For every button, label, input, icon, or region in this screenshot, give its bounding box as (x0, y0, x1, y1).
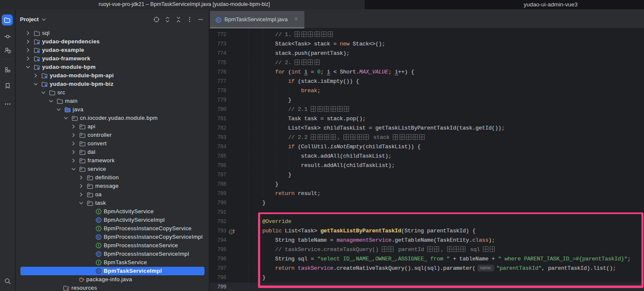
svg-text:I: I (231, 230, 232, 234)
svg-text:C: C (217, 18, 220, 22)
